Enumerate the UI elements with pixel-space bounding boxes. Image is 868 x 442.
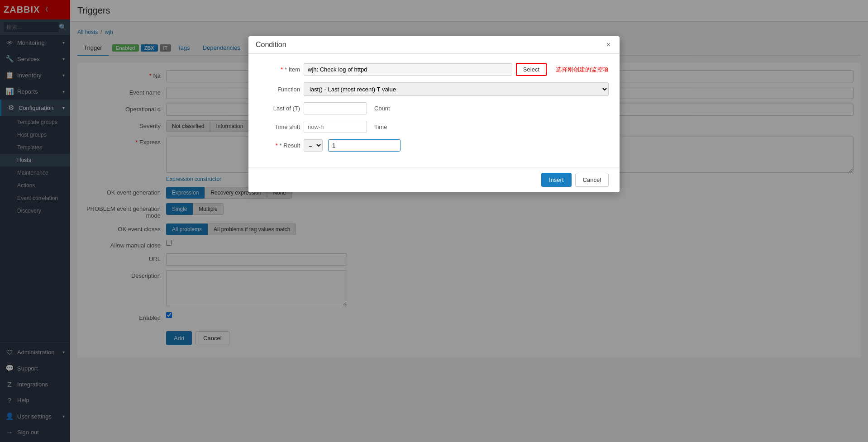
modal-hint: 选择刚创建的监控项 [556,66,609,74]
modal-label-function: Function [259,86,300,93]
function-select[interactable]: last() - Last (most recent) T value [304,82,609,96]
result-operator-select[interactable]: = [304,139,323,152]
modal-header: Condition × [248,36,620,54]
modal-close-button[interactable]: × [605,41,612,49]
modal-body: * Item Select 选择刚创建的监控项 Function last() … [248,54,620,167]
item-input[interactable] [304,63,512,76]
modal-title: Condition [256,41,286,49]
last-of-input[interactable] [304,102,367,114]
modal-row-item: * Item Select 选择刚创建的监控项 [259,63,609,76]
modal-label-result: * Result [259,142,300,149]
modal-row-last-of: Last of (T) Count [259,102,609,114]
modal-overlay: Condition × * Item Select 选择刚创建的监控项 Func… [0,0,868,442]
modal-row-result: * Result = [259,139,609,152]
modal-function-group: last() - Last (most recent) T value [304,82,609,96]
modal-item-group: Select 选择刚创建的监控项 [304,63,609,76]
modal-row-function: Function last() - Last (most recent) T v… [259,82,609,96]
select-button[interactable]: Select [516,63,547,76]
result-value-input[interactable] [328,139,401,152]
time-label: Time [374,124,387,130]
modal-row-time-shift: Time shift Time [259,121,609,133]
condition-modal: Condition × * Item Select 选择刚创建的监控项 Func… [248,36,620,192]
insert-button[interactable]: Insert [541,173,572,187]
modal-label-last-of: Last of (T) [259,105,300,112]
modal-cancel-button[interactable]: Cancel [575,173,609,187]
time-shift-input[interactable] [304,121,367,133]
modal-footer: Insert Cancel [248,167,620,192]
modal-label-item: * Item [259,66,300,73]
modal-label-time-shift: Time shift [259,124,300,130]
count-label: Count [374,105,390,112]
